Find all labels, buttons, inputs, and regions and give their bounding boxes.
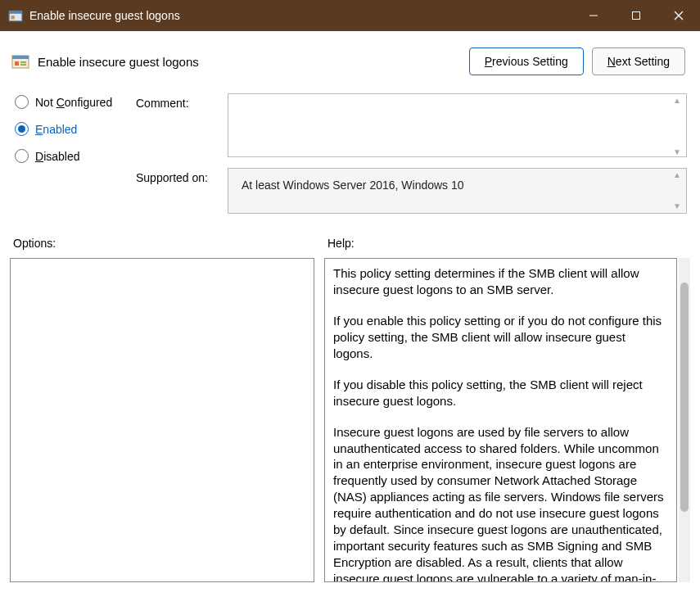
policy-icon <box>8 8 23 23</box>
svg-rect-1 <box>9 11 22 13</box>
page-title: Enable insecure guest logons <box>38 55 469 69</box>
help-label: Help: <box>327 237 355 250</box>
close-button[interactable] <box>657 0 700 31</box>
policy-setting-icon <box>11 52 29 70</box>
svg-rect-10 <box>20 61 26 63</box>
supported-on-value: At least Windows Server 2016, Windows 10 <box>228 168 687 214</box>
help-panel: This policy setting determines if the SM… <box>324 258 677 582</box>
window-title: Enable insecure guest logons <box>29 9 572 22</box>
svg-rect-2 <box>11 16 15 20</box>
help-paragraph: Insecure guest logons are used by file s… <box>333 424 668 582</box>
previous-setting-button[interactable]: Previous Setting <box>469 47 584 75</box>
supported-on-label: Supported on: <box>136 168 228 214</box>
radio-disabled[interactable]: Disabled <box>15 149 136 163</box>
options-panel <box>10 258 314 582</box>
svg-rect-8 <box>12 56 29 59</box>
titlebar: Enable insecure guest logons <box>0 0 700 31</box>
radio-enabled[interactable]: Enabled <box>15 122 136 136</box>
options-label: Options: <box>13 237 327 250</box>
comment-input[interactable] <box>228 93 687 157</box>
scrollbar-thumb[interactable] <box>680 283 689 512</box>
next-setting-button[interactable]: Next Setting <box>592 47 685 75</box>
help-paragraph: If you disable this policy setting, the … <box>333 377 668 409</box>
minimize-button[interactable] <box>572 0 615 31</box>
supported-scrollbar[interactable]: ▲ ▼ <box>669 168 685 214</box>
help-paragraph: This policy setting determines if the SM… <box>333 265 668 298</box>
svg-rect-9 <box>15 61 19 66</box>
state-radio-group: Not Configured Enabled Disabled <box>15 93 136 163</box>
dialog-content: Enable insecure guest logons Previous Se… <box>0 31 700 615</box>
svg-rect-11 <box>20 64 26 66</box>
help-scrollbar[interactable] <box>679 258 690 582</box>
svg-rect-4 <box>633 12 640 20</box>
radio-not-configured[interactable]: Not Configured <box>15 95 136 109</box>
maximize-button[interactable] <box>615 0 657 31</box>
help-paragraph: If you enable this policy setting or if … <box>333 313 668 362</box>
comment-scrollbar[interactable]: ▲ ▼ <box>669 93 685 160</box>
comment-label: Comment: <box>136 93 228 160</box>
